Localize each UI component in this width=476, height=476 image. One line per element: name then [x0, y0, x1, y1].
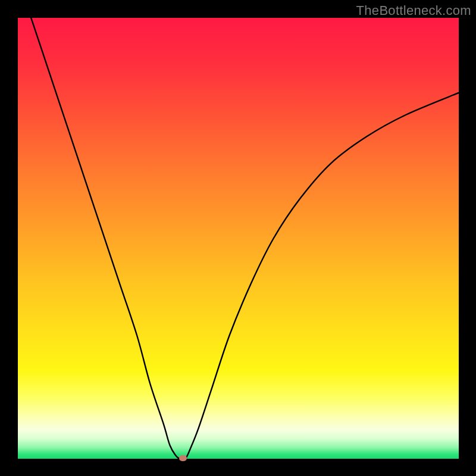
optimal-point-marker: [179, 455, 187, 461]
plot-frame: [18, 18, 459, 459]
bottleneck-curve: [18, 18, 459, 459]
watermark-text: TheBottleneck.com: [356, 3, 471, 18]
